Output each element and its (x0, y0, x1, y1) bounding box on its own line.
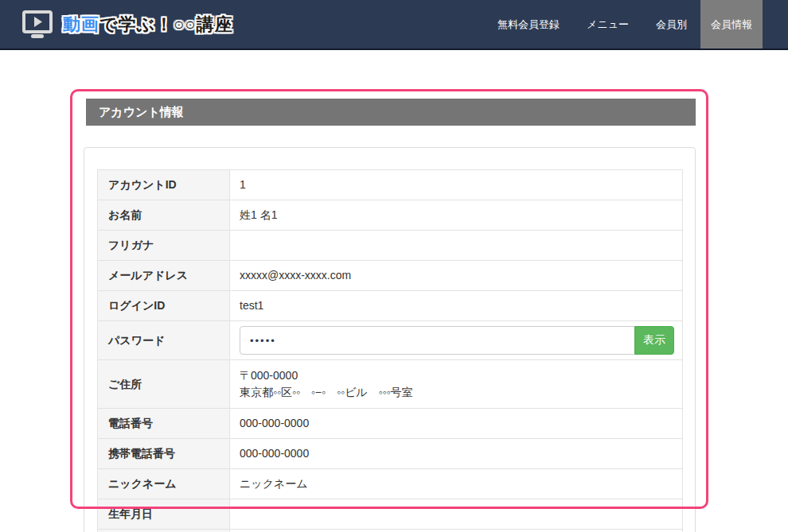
row-label: ログインID (98, 291, 230, 321)
password-input[interactable] (240, 326, 635, 355)
password-input-group: 表示 (240, 326, 674, 355)
table-row: フリガナ (98, 231, 683, 261)
row-label: 生年月日 (98, 499, 230, 530)
row-value: 000-000-0000 (230, 409, 683, 439)
row-label: フリガナ (98, 231, 230, 261)
nav-item-無料会員登録[interactable]: 無料会員登録 (484, 0, 573, 49)
site-title-rest: で学ぶ！○○講座 (99, 14, 233, 34)
row-value: test1 (230, 291, 683, 321)
address-line: 〒000-0000 (240, 367, 673, 384)
nav-item-メニュー[interactable]: メニュー (573, 0, 642, 49)
site-title-highlight: 動画 (63, 14, 99, 34)
row-value: 〒000-0000東京都◦◦区◦◦ ◦−◦ ◦◦ビル ◦◦◦号室 (230, 360, 683, 409)
table-row: ログインIDtest1 (98, 291, 683, 321)
table-row: お名前姓1 名1 (98, 200, 683, 231)
row-label: メールアドレス (98, 261, 230, 291)
row-value (230, 499, 683, 530)
brand[interactable]: 動画で学ぶ！○○講座 (0, 0, 233, 49)
table-row: 携帯電話番号000-000-0000 (98, 439, 683, 469)
row-label: 電話番号 (98, 409, 230, 439)
table-row: 生年月日 (98, 499, 683, 530)
nav-item-会員別[interactable]: 会員別 (642, 0, 700, 49)
row-value: 姓1 名1 (230, 200, 683, 231)
row-label: 携帯電話番号 (98, 439, 230, 469)
account-panel: アカウントID1お名前姓1 名1フリガナメールアドレスxxxxx@xxxx-xx… (84, 147, 696, 532)
row-label: ご住所 (98, 360, 230, 409)
table-row: ニックネームニックネーム (98, 469, 683, 499)
video-monitor-play-icon (22, 10, 53, 39)
show-password-button[interactable]: 表示 (634, 326, 674, 355)
table-row: 電話番号000-000-0000 (98, 409, 683, 439)
table-row: アカウントID1 (98, 170, 683, 200)
account-table-body: アカウントID1お名前姓1 名1フリガナメールアドレスxxxxx@xxxx-xx… (98, 170, 683, 532)
table-row: メールアドレスxxxxx@xxxx-xxxx.com (98, 261, 683, 291)
site-title: 動画で学ぶ！○○講座 (63, 13, 233, 37)
row-value: ニックネーム (230, 469, 683, 499)
table-row: ご住所〒000-0000東京都◦◦区◦◦ ◦−◦ ◦◦ビル ◦◦◦号室 (98, 360, 683, 409)
row-value: 表示 (230, 321, 683, 360)
account-table: アカウントID1お名前姓1 名1フリガナメールアドレスxxxxx@xxxx-xx… (97, 169, 683, 532)
row-label (98, 530, 230, 532)
row-label: ニックネーム (98, 469, 230, 499)
nav-item-会員情報[interactable]: 会員情報 (700, 0, 763, 49)
table-row (98, 530, 683, 532)
main-nav: 無料会員登録メニュー会員別会員情報 (484, 0, 763, 49)
row-value: 1 (230, 170, 683, 200)
address-line: 東京都◦◦区◦◦ ◦−◦ ◦◦ビル ◦◦◦号室 (240, 384, 673, 401)
row-value: 000-000-0000 (230, 439, 683, 469)
top-navbar: 動画で学ぶ！○○講座 無料会員登録メニュー会員別会員情報 (0, 0, 788, 50)
row-value (230, 231, 683, 261)
table-row: パスワード表示 (98, 321, 683, 360)
row-value: xxxxx@xxxx-xxxx.com (230, 261, 683, 291)
row-label: アカウントID (98, 170, 230, 200)
row-value (230, 530, 683, 532)
section-title: アカウント情報 (86, 99, 696, 126)
row-label: パスワード (98, 321, 230, 360)
row-label: お名前 (98, 200, 230, 231)
